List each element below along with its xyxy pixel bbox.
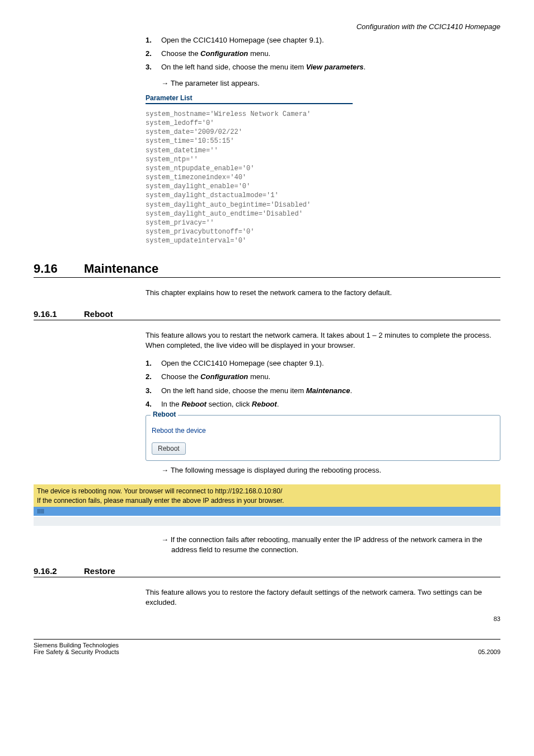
footer-dept: Fire Safety & Security Products [34,648,119,655]
reboot-button[interactable]: Reboot [152,442,186,455]
step-text: On the left hand side, choose the menu i… [161,386,352,396]
emphasis: Maintenance [306,386,350,395]
section-heading: 9.16 Maintenance [34,262,500,278]
text: ). [320,359,324,367]
text: Open the CCIC1410 Homepage (see chapter [161,359,310,367]
subsection-heading: 9.16.1 Reboot [34,309,500,320]
banner-line: If the connection fails, please manually… [37,496,497,506]
chapter-ref: 9.1 [310,359,320,367]
text: menu. [248,372,270,381]
text: Open the CCIC1410 Homepage (see chapter [161,36,310,44]
banner-spacer [34,517,500,526]
step-item: 3. On the left hand side, choose the men… [146,386,500,396]
text: Choose the [161,49,200,58]
banner-line: The device is rebooting now. Your browse… [37,487,497,496]
subsection-intro: This feature allows you to restart the n… [146,330,500,351]
text: . [364,63,366,71]
reboot-banner: The device is rebooting now. Your browse… [34,484,500,507]
subsection-title: Restore [84,566,115,576]
step-number: 1. [146,35,161,45]
emphasis: Configuration [200,49,248,58]
step-number: 4. [146,399,161,409]
step-item: 2. Choose the Configuration menu. [146,372,500,382]
text: ). [320,36,324,44]
text: On the left hand side, choose the menu i… [161,63,306,71]
step-text: On the left hand side, choose the menu i… [161,62,366,72]
step-item: 1. Open the CCIC1410 Homepage (see chapt… [146,358,500,368]
subsection-number: 9.16.2 [34,566,84,576]
step-item: 3. On the left hand side, choose the men… [146,62,500,72]
emphasis: Configuration [200,372,248,381]
subsection-title: Reboot [84,309,113,319]
subsection-heading: 9.16.2 Restore [34,566,500,577]
section-intro: This chapter explains how to reset the n… [146,288,500,298]
step-item: 2. Choose the Configuration menu. [146,49,500,59]
result-text: The parameter list appears. [161,78,500,88]
step-number: 2. [146,49,161,59]
page-header-context: Configuration with the CCIC1410 Homepage [34,22,500,31]
parameter-list-body: system_hostname='Wireless Network Camera… [146,110,500,246]
subsection-intro: This feature allows you to restore the f… [146,587,500,608]
text: . [277,400,279,408]
emphasis: Reboot [252,400,277,408]
step-text: In the Reboot section, click Reboot. [161,399,279,409]
text: In the [161,400,181,408]
subsection-number: 9.16.1 [34,309,84,319]
page-number: 83 [34,615,500,622]
emphasis: View parameters [306,63,364,71]
step-number: 1. [146,358,161,368]
progress-ticks: IIIIII [37,507,44,516]
step-number: 2. [146,372,161,382]
section-number: 9.16 [34,262,84,276]
result-text: The following message is displayed durin… [161,465,500,475]
step-text: Open the CCIC1410 Homepage (see chapter … [161,35,324,45]
text: . [350,386,352,395]
reboot-legend: Reboot [151,410,178,418]
chapter-ref: 9.1 [310,36,320,44]
step-text: Choose the Configuration menu. [161,372,270,382]
step-number: 3. [146,62,161,72]
step-item: 4. In the Reboot section, click Reboot. [146,399,500,409]
step-number: 3. [146,386,161,396]
parameter-list-title: Parameter List [146,94,353,104]
footer-date: 05.2009 [478,648,500,655]
text: section, click [207,400,252,408]
progress-bar: IIIIII [34,507,500,516]
result-text: If the connection fails after rebooting,… [161,535,500,555]
page-footer: Siemens Building Technologies Fire Safet… [34,639,500,655]
step-item: 1. Open the CCIC1410 Homepage (see chapt… [146,35,500,45]
step-text: Choose the Configuration menu. [161,49,270,59]
text: On the left hand side, choose the menu i… [161,386,306,395]
step-text: Open the CCIC1410 Homepage (see chapter … [161,358,324,368]
text: Choose the [161,372,200,381]
footer-org: Siemens Building Technologies [34,642,119,648]
section-title: Maintenance [84,262,158,276]
reboot-fieldset: Reboot Reboot the device Reboot [146,415,500,461]
reboot-description: Reboot the device [152,427,494,435]
text: menu. [248,49,270,58]
parameter-list-panel: Parameter List system_hostname='Wireless… [146,94,500,246]
emphasis: Reboot [181,400,207,408]
